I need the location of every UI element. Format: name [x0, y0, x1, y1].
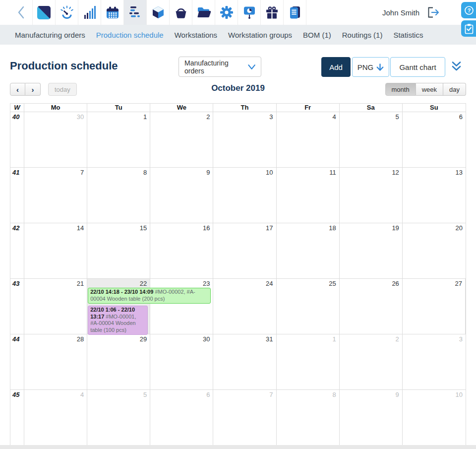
- day-cell-16[interactable]: 16: [150, 223, 213, 278]
- day-cell-19[interactable]: 19: [340, 223, 403, 278]
- add-button[interactable]: Add: [321, 57, 351, 77]
- day-cell-7[interactable]: 7: [213, 390, 276, 446]
- user-name: John Smith: [382, 8, 419, 17]
- svg-text:?: ?: [468, 7, 471, 13]
- tasks-button[interactable]: [461, 20, 476, 37]
- day-cell-1[interactable]: 1: [277, 334, 340, 389]
- gift-icon: [265, 6, 279, 19]
- documents-icon: [197, 6, 211, 18]
- day-cell-4[interactable]: 4: [277, 112, 340, 167]
- day-cell-10[interactable]: 10: [213, 168, 276, 223]
- calendar-event[interactable]: 22/10 1:06 - 22/10 13:17 #MO-00001, #A-0…: [88, 306, 148, 335]
- page-title: Production schedule: [10, 60, 118, 72]
- production-schedule-page: John Smith ? Manufacturing orders Produc…: [0, 0, 476, 449]
- day-cell-23[interactable]: 23: [150, 279, 213, 334]
- day-number: 22: [140, 280, 147, 287]
- horizontal-scrollbar[interactable]: [0, 445, 476, 449]
- day-header-sa: Sa: [340, 104, 403, 112]
- day-cell-26[interactable]: 26: [340, 279, 403, 334]
- day-cell-9[interactable]: 9: [150, 168, 213, 223]
- presentation-icon: [242, 5, 256, 19]
- collapse-header-button[interactable]: [450, 61, 463, 72]
- nav-workstations[interactable]: Workstations: [169, 31, 223, 39]
- day-cell-28[interactable]: 28: [24, 334, 87, 389]
- day-cell-6[interactable]: 6: [150, 390, 213, 446]
- procurement-button[interactable]: [170, 0, 192, 25]
- statistics-button[interactable]: [78, 0, 101, 25]
- day-cell-21[interactable]: 21: [24, 279, 87, 334]
- presentation-button[interactable]: [238, 0, 261, 25]
- day-cell-2[interactable]: 2: [340, 334, 403, 389]
- back-button[interactable]: [10, 0, 33, 25]
- nav-statistics[interactable]: Statistics: [388, 31, 428, 39]
- day-cell-11[interactable]: 11: [277, 168, 340, 223]
- nav-manufacturing-orders[interactable]: Manufacturing orders: [9, 31, 91, 39]
- day-cell-8[interactable]: 8: [277, 390, 340, 446]
- logout-icon[interactable]: [426, 6, 440, 18]
- view-month-button[interactable]: month: [385, 83, 416, 96]
- day-cell-17[interactable]: 17: [213, 223, 276, 278]
- day-cell-14[interactable]: 14: [24, 223, 87, 278]
- day-cell-9[interactable]: 9: [340, 390, 403, 446]
- day-cell-15[interactable]: 15: [87, 223, 150, 278]
- day-cell-31[interactable]: 31: [213, 334, 276, 389]
- main-content: Production schedule Manufacturing orders…: [0, 45, 476, 449]
- png-export-button[interactable]: PNG: [352, 57, 389, 77]
- calendar-nav-button[interactable]: [101, 0, 124, 25]
- day-cell-18[interactable]: 18: [277, 223, 340, 278]
- calendar-event[interactable]: 22/10 14:18 - 23/10 14:09 #MO-00002, #A-…: [88, 288, 211, 304]
- production-schedule-button[interactable]: [124, 0, 147, 25]
- day-number: 30: [77, 113, 84, 121]
- day-cell-1[interactable]: 1: [87, 112, 150, 167]
- view-mode-select[interactable]: Manufacturing orders: [178, 57, 261, 77]
- top-icon-bar: John Smith: [0, 0, 476, 25]
- day-number: 4: [332, 113, 336, 121]
- gift-button[interactable]: [261, 0, 284, 25]
- day-cell-13[interactable]: 13: [403, 168, 466, 223]
- view-day-button[interactable]: day: [443, 83, 466, 96]
- nav-workstation-groups[interactable]: Workstation groups: [223, 31, 298, 39]
- day-cell-3[interactable]: 3: [213, 112, 276, 167]
- stock-button[interactable]: [147, 0, 170, 25]
- day-cell-29[interactable]: 29: [87, 334, 150, 389]
- app-logo-button[interactable]: [33, 0, 56, 25]
- nav-bom[interactable]: BOM (1): [298, 31, 337, 39]
- day-number: 25: [329, 280, 336, 287]
- day-cell-24[interactable]: 24: [213, 279, 276, 334]
- notes-button[interactable]: [284, 0, 306, 25]
- day-cell-30[interactable]: 30: [24, 112, 87, 167]
- day-cell-30[interactable]: 30: [150, 334, 213, 389]
- day-cell-7[interactable]: 7: [24, 168, 87, 223]
- gantt-chart-button[interactable]: Gantt chart: [390, 57, 445, 77]
- day-number: 31: [266, 335, 273, 343]
- day-number: 7: [80, 169, 84, 176]
- documents-button[interactable]: [192, 0, 215, 25]
- calendar-week-row-41: 4178910111213: [10, 168, 466, 223]
- day-cell-5[interactable]: 5: [340, 112, 403, 167]
- day-cell-6[interactable]: 6: [403, 112, 466, 167]
- nav-production-schedule[interactable]: Production schedule: [91, 31, 169, 39]
- day-cell-20[interactable]: 20: [403, 223, 466, 278]
- help-button[interactable]: ?: [461, 2, 476, 18]
- day-number: 23: [203, 280, 210, 287]
- day-cell-10[interactable]: 10: [403, 390, 466, 446]
- day-cell-4[interactable]: 4: [24, 390, 87, 446]
- day-number: 11: [329, 169, 336, 176]
- dashboard-button[interactable]: [56, 0, 78, 25]
- day-cell-3[interactable]: 3: [403, 334, 466, 389]
- settings-button[interactable]: [215, 0, 238, 25]
- day-cell-25[interactable]: 25: [277, 279, 340, 334]
- day-cell-27[interactable]: 27: [403, 279, 466, 334]
- day-number: 3: [269, 113, 273, 121]
- day-number: 28: [77, 335, 84, 343]
- day-number: 9: [206, 169, 210, 176]
- calendar-week-row-43: 432122232425262722/10 14:18 - 23/10 14:0…: [10, 279, 466, 334]
- nav-routings[interactable]: Routings (1): [337, 31, 388, 39]
- day-number: 2: [206, 113, 210, 121]
- day-cell-2[interactable]: 2: [150, 112, 213, 167]
- day-cell-8[interactable]: 8: [87, 168, 150, 223]
- app-logo: [37, 6, 51, 19]
- view-week-button[interactable]: week: [416, 83, 443, 96]
- day-cell-12[interactable]: 12: [340, 168, 403, 223]
- day-cell-5[interactable]: 5: [87, 390, 150, 446]
